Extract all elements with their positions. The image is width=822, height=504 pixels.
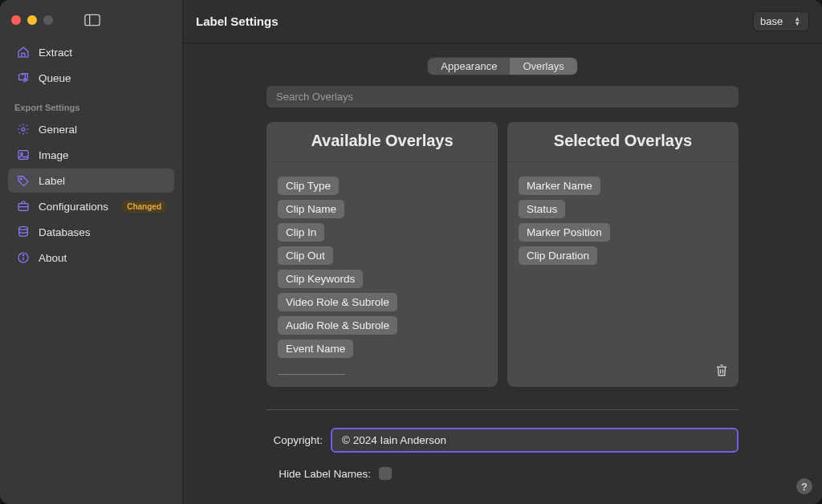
copyright-field[interactable] — [331, 428, 739, 453]
overlay-tag[interactable]: Clip Name — [278, 200, 344, 218]
changed-badge: Changed — [122, 201, 166, 213]
hide-names-label: Hide Label Names: — [267, 468, 371, 480]
chevron-up-down-icon: ▲▼ — [794, 17, 800, 26]
overlay-tag[interactable]: Audio Role & Subrole — [278, 316, 397, 335]
selected-overlays-title: Selected Overlays — [507, 122, 739, 162]
header-bar: Label Settings base ▲▼ — [183, 0, 822, 43]
search-field[interactable] — [267, 86, 739, 108]
available-overlays-list: Clip Type Clip Name Clip In Clip Out Cli… — [267, 162, 498, 369]
sidebar-item-configurations[interactable]: Configurations Changed — [8, 194, 174, 218]
content-area: Appearance Overlays Available Overlays C… — [183, 43, 822, 504]
sidebar: Extract Queue Export Settings General I — [0, 0, 183, 504]
toggle-sidebar-icon[interactable] — [82, 13, 103, 27]
overlay-tag[interactable]: Clip Out — [278, 246, 333, 265]
sidebar-nav-top: Extract Queue Export Settings General I — [0, 35, 182, 270]
window-controls — [0, 8, 182, 35]
preset-value: base — [760, 15, 783, 27]
copyright-input[interactable] — [340, 433, 729, 447]
briefcase-icon — [16, 199, 31, 213]
available-overlays-panel: Available Overlays Clip Type Clip Name C… — [267, 122, 498, 387]
overlay-tag[interactable]: Status — [519, 200, 565, 218]
svg-point-7 — [19, 226, 28, 230]
preset-select[interactable]: base ▲▼ — [753, 11, 809, 31]
tag-icon — [16, 173, 31, 188]
available-overlays-title: Available Overlays — [267, 122, 498, 162]
sidebar-item-queue[interactable]: Queue — [8, 66, 174, 90]
overlay-panels: Available Overlays Clip Type Clip Name C… — [267, 122, 739, 387]
help-icon: ? — [801, 481, 808, 493]
sidebar-item-label: About — [39, 252, 166, 264]
overlay-tag[interactable]: Clip In — [278, 223, 324, 242]
sidebar-item-label-text: Label — [39, 175, 166, 187]
app-window: Extract Queue Export Settings General I — [0, 0, 822, 504]
selected-overlays-list: Marker Name Status Marker Position Clip … — [507, 162, 739, 276]
svg-point-4 — [21, 152, 23, 155]
zoom-window-button[interactable] — [43, 15, 53, 25]
copyright-label: Copyright: — [267, 434, 323, 446]
list-scroll-indicator — [278, 374, 345, 375]
sidebar-item-about[interactable]: About — [8, 246, 174, 270]
sidebar-item-label: General — [39, 124, 166, 136]
selected-overlays-panel: Selected Overlays Marker Name Status Mar… — [507, 122, 739, 387]
search-input[interactable] — [275, 90, 730, 104]
sidebar-item-label[interactable]: Label — [8, 169, 174, 193]
svg-point-2 — [22, 128, 25, 131]
sidebar-item-label: Queue — [39, 72, 166, 84]
overlay-tag[interactable]: Clip Keywords — [278, 270, 363, 288]
sidebar-item-label: Extract — [39, 47, 166, 59]
overlay-tag[interactable]: Marker Name — [519, 177, 600, 195]
sidebar-item-image[interactable]: Image — [8, 143, 174, 167]
main-area: Label Settings base ▲▼ Appearance Overla… — [183, 0, 822, 504]
overlay-tag[interactable]: Video Role & Subrole — [278, 293, 397, 311]
section-divider — [267, 409, 739, 410]
overlay-tag[interactable]: Marker Position — [519, 223, 610, 242]
copyright-row: Copyright: — [267, 428, 739, 453]
database-icon — [16, 225, 31, 239]
home-icon — [16, 45, 31, 59]
hide-names-row: Hide Label Names: — [267, 467, 739, 480]
page-title: Label Settings — [196, 14, 279, 28]
sidebar-item-databases[interactable]: Databases — [8, 220, 174, 244]
svg-rect-0 — [85, 14, 100, 25]
sidebar-item-label: Configurations — [39, 201, 114, 213]
hide-names-checkbox[interactable] — [379, 467, 392, 480]
overlay-tag[interactable]: Event Name — [278, 339, 353, 358]
svg-rect-3 — [18, 151, 28, 160]
tab-bar: Appearance Overlays — [428, 58, 576, 75]
sidebar-section-header: Export Settings — [8, 91, 174, 116]
svg-point-10 — [22, 254, 23, 255]
overlay-tag[interactable]: Clip Duration — [519, 246, 597, 265]
close-window-button[interactable] — [11, 15, 21, 25]
tab-overlays[interactable]: Overlays — [510, 58, 576, 75]
sidebar-item-extract[interactable]: Extract — [8, 40, 174, 64]
sidebar-item-general[interactable]: General — [8, 117, 174, 141]
sidebar-item-label: Databases — [39, 226, 166, 238]
queue-icon — [16, 71, 31, 85]
minimize-window-button[interactable] — [27, 15, 37, 25]
tab-appearance[interactable]: Appearance — [428, 58, 510, 75]
sidebar-item-label: Image — [39, 149, 166, 161]
overlay-tag[interactable]: Clip Type — [278, 177, 339, 195]
gear-icon — [16, 122, 31, 136]
help-button[interactable]: ? — [796, 478, 812, 494]
trash-icon[interactable] — [714, 363, 729, 379]
image-icon — [16, 148, 31, 162]
svg-point-5 — [20, 178, 22, 180]
info-icon — [16, 250, 31, 265]
